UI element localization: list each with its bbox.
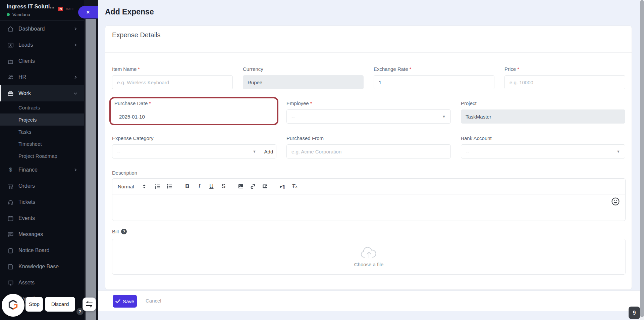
sidebar: Ingress IT Soluti... Vandana IN CALL Das… [0, 0, 84, 320]
exchange-rate-input[interactable] [374, 75, 494, 89]
swap-arrows-icon [85, 301, 93, 308]
chat-icon [7, 231, 14, 238]
exchange-rate-label: Exchange Rate* [374, 66, 494, 72]
sidebar-item-assets[interactable]: Assets [0, 275, 84, 291]
exchange-rate-field: Exchange Rate* [374, 66, 494, 89]
headset-icon [7, 199, 14, 205]
link-icon[interactable] [248, 181, 258, 191]
question-badge[interactable]: ? [76, 308, 84, 315]
bank-account-field: Bank Account --▼ [461, 135, 625, 158]
id-card-icon [7, 42, 14, 48]
sidebar-item-events[interactable]: Events [0, 210, 84, 226]
strikethrough-icon[interactable]: S [218, 181, 228, 191]
home-icon [7, 26, 14, 32]
backdrop-scrollbar-thumb[interactable] [86, 19, 96, 320]
project-label: Project [461, 100, 625, 106]
sidebar-item-notice-board[interactable]: Notice Board [0, 242, 84, 259]
sidebar-item-work[interactable]: Work [0, 85, 84, 101]
sidebar-item-finance[interactable]: $ Finance [0, 162, 84, 178]
purchase-date-input[interactable] [114, 109, 275, 124]
text-direction-icon[interactable]: ▸¶ [277, 181, 287, 191]
save-button[interactable]: Save [113, 295, 137, 308]
item-name-label: Item Name* [112, 66, 233, 72]
document-icon [7, 264, 14, 270]
underline-icon[interactable]: U [206, 181, 216, 191]
sidebar-item-leads[interactable]: Leads [0, 37, 84, 53]
sidebar-item-clients[interactable]: Clients [0, 53, 84, 69]
choose-file-label: Choose a file [354, 262, 384, 267]
video-icon[interactable] [260, 181, 270, 191]
sidebar-item-tickets[interactable]: Tickets [0, 194, 84, 210]
editor-toolbar: Normal B I U S ▸¶ Tx [112, 179, 625, 194]
swap-button[interactable] [83, 298, 96, 311]
caret-down-icon: ▼ [616, 149, 620, 153]
sidebar-subitem-projects[interactable]: Projects [0, 113, 84, 126]
recorder-logo[interactable] [2, 294, 24, 317]
emoji-icon[interactable] [611, 197, 620, 206]
clipboard-icon [7, 247, 14, 254]
dollar-icon: $ [7, 167, 14, 173]
online-status-dot [7, 13, 10, 16]
image-icon[interactable] [236, 181, 246, 191]
card-title: Expense Details [112, 31, 161, 39]
ordered-list-icon[interactable] [153, 181, 163, 191]
clear-format-icon[interactable]: Tx [289, 181, 300, 191]
sidebar-item-knowledge-base[interactable]: Knowledge Base [0, 259, 84, 275]
help-icon[interactable]: ? [121, 229, 127, 234]
sidebar-subitem-contracts[interactable]: Contracts [0, 101, 84, 113]
item-name-field: Item Name* [112, 66, 233, 89]
chevron-right-icon [73, 43, 78, 47]
form-footer: Save Cancel [98, 290, 640, 311]
bank-account-select[interactable]: --▼ [461, 144, 625, 158]
discard-button[interactable]: Discard [45, 297, 75, 312]
bold-icon[interactable]: B [182, 181, 192, 191]
sidebar-nav: Dashboard Leads Clients HR Work Contract… [0, 21, 84, 307]
bill-file-dropzone[interactable]: Choose a file [112, 239, 626, 275]
currency-field: Currency Rupee [243, 66, 364, 89]
user-name: Vandana [12, 12, 30, 17]
stop-button[interactable]: Stop [25, 297, 43, 312]
chevron-right-icon [73, 27, 78, 31]
item-name-input[interactable] [112, 75, 233, 89]
cart-icon [7, 183, 14, 189]
price-field: Price* [504, 66, 625, 89]
sidebar-item-orders[interactable]: Orders [0, 178, 84, 194]
panel-scrollbar [640, 0, 644, 320]
building-icon [7, 58, 14, 64]
sidebar-item-dashboard[interactable]: Dashboard [0, 21, 84, 37]
employee-field: Employee* --▼ [286, 100, 451, 124]
currency-label: Currency [243, 66, 364, 72]
logo-icon [6, 298, 20, 312]
sidebar-item-hr[interactable]: HR [0, 69, 84, 85]
chevron-down-icon [73, 91, 78, 96]
panel-scrollbar-thumb[interactable] [640, 0, 644, 317]
updown-caret-icon [143, 184, 146, 189]
panel-close-button[interactable]: × [78, 6, 98, 18]
description-textarea[interactable] [112, 194, 625, 221]
sidebar-subitem-project-roadmap[interactable]: Project Roadmap [0, 150, 84, 162]
expense-category-select[interactable]: --▼ [112, 144, 261, 158]
price-input[interactable] [504, 75, 625, 89]
description-field: Description [112, 170, 137, 179]
sidebar-subitem-timesheet[interactable]: Timesheet [0, 138, 84, 150]
purchase-date-field: Purchase Date* [114, 100, 275, 124]
bill-field-label: Bill ? [112, 229, 127, 234]
in-badge-suffix: CALL [66, 7, 74, 11]
cloud-upload-icon [360, 246, 378, 260]
cancel-button[interactable]: Cancel [146, 298, 161, 304]
format-select[interactable]: Normal [118, 184, 146, 189]
divider [105, 52, 632, 53]
chevron-right-icon [73, 75, 78, 80]
project-field: Project TaskMaster [461, 100, 625, 124]
sidebar-item-messages[interactable]: Messages [0, 226, 84, 242]
close-icon: × [87, 9, 90, 16]
italic-icon[interactable]: I [194, 181, 204, 191]
add-category-button[interactable]: Add [261, 144, 276, 158]
expense-category-field: Expense Category --▼ Add [112, 135, 276, 158]
purchased-from-input[interactable] [286, 144, 451, 158]
sidebar-subitem-tasks[interactable]: Tasks [0, 126, 84, 138]
sidebar-header: Ingress IT Soluti... Vandana IN CALL [0, 0, 84, 21]
caret-down-icon: ▼ [442, 115, 446, 119]
employee-select[interactable]: --▼ [286, 109, 451, 124]
bullet-list-icon[interactable] [165, 181, 175, 191]
